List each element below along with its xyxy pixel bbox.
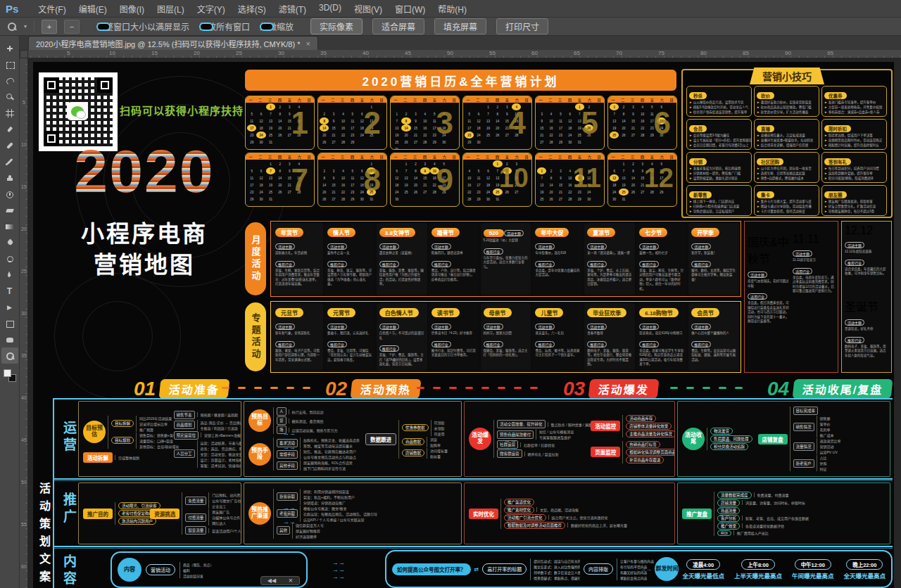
tip-card: 直播直播前预告蓄水，沉淀私域流量直播间专属优惠+限量秒杀，拉动转化结合场景化讲解… [754, 119, 819, 150]
options-bar: ▾ + − 调整窗口大小以满屏显示缩放所有窗口细微缩放 实际像素适合屏幕填充屏幕… [0, 18, 901, 36]
mindmap-node: 活动商品库存 [626, 415, 656, 422]
band-cell: 目标预估目标拆解同比2019年活动结果记录环比增长比率推广预算目标规划销售目标：… [78, 401, 241, 477]
eraser-icon [5, 205, 15, 215]
menu-item[interactable]: 图层(L) [157, 3, 184, 15]
menu-item[interactable]: 编辑(E) [79, 3, 107, 15]
mindmap-node: 晒单有礼 / 裂变拉新 [528, 452, 559, 456]
mindmap-node: 运营PV·UV [820, 449, 838, 454]
activity-card-title: 毕业狂欢季 [587, 308, 626, 317]
divider [53, 400, 54, 588]
crop-tool[interactable] [1, 105, 18, 121]
ruler-origin[interactable] [20, 50, 28, 58]
mindmap-node: 预热目标 [248, 409, 271, 432]
menu-item[interactable]: 帮助(H) [438, 3, 467, 15]
mindmap-node: 免费流量 [185, 497, 206, 505]
tip-card-label: 优惠券 [824, 92, 847, 99]
menu-item[interactable]: 窗口(W) [395, 3, 425, 15]
quick-tool[interactable] [1, 89, 18, 105]
type-tool[interactable]: T [1, 283, 18, 299]
ruler-horizontal[interactable]: 5101520253035404550556065707580859095 [28, 50, 901, 58]
menu-item[interactable]: 滤镜(T) [279, 3, 306, 15]
move-tool[interactable] [1, 40, 18, 56]
open-rate-title-pill: 高打开率的标题 [482, 563, 527, 575]
crop-icon [5, 108, 15, 118]
option-button[interactable]: 适合屏幕 [372, 18, 424, 34]
menu-item[interactable]: 选择(S) [238, 3, 266, 15]
stamp-icon [5, 173, 15, 183]
history-tool[interactable] [1, 186, 18, 202]
tip-card-label: 签到有礼 [824, 158, 851, 165]
option-button[interactable]: 打印尺寸 [496, 18, 548, 34]
holiday-title: 11.11 [793, 233, 819, 245]
option-checkbox[interactable]: 调整窗口大小以满屏显示 [96, 20, 189, 32]
zoom-tool[interactable] [1, 347, 18, 364]
hand-tool[interactable] [1, 331, 18, 347]
close-icon[interactable]: × [305, 39, 310, 48]
holiday-title: 12.12 [845, 224, 873, 236]
phase-badge: 活动收尾/复盘 [793, 379, 893, 399]
pen-icon [5, 270, 15, 280]
marquee-tool[interactable] [1, 56, 18, 72]
mindmap-node: 裂变活动用户/个人号好友运营 [212, 528, 241, 533]
chevron-down-icon[interactable]: ▾ [24, 23, 27, 30]
close-icon[interactable]: ✕ [289, 577, 294, 584]
mindmap-node: 活动拆解 [83, 452, 113, 463]
mindmap-node: 完成整体规划 [118, 455, 139, 460]
zoom-tool-icon[interactable] [7, 22, 17, 32]
option-button[interactable]: 实际像素 [310, 18, 363, 34]
mindmap-node: 签到、抽奖等互动玩法提前蓄水 [303, 443, 353, 448]
topic-activity-cards: 元旦节活动主题新年新气象，全场迎新礼推荐行业服饰、家居、电子产品等，可借助用户辞… [270, 301, 741, 373]
option-checkbox[interactable]: 细微缩放 [260, 20, 294, 32]
pen-tool[interactable] [1, 267, 18, 283]
document-tab[interactable]: 2020小程序电商营销地图.jpg @ 12.5% (扫码可以获得小程序扶持, … [28, 36, 318, 50]
activity-card-title: 儿童节 [535, 308, 563, 317]
tip-card: 优惠券发放门槛券引导凑单，提升客单价大促前一周发放预热券，开售集中核销多档券组合… [821, 86, 887, 117]
brush-tool[interactable] [1, 153, 18, 170]
content-branch-pill: 营销活动 [146, 564, 175, 575]
tab-bar: 2020小程序电商营销地图.jpg @ 12.5% (扫码可以获得小程序扶持, … [20, 36, 901, 50]
gradient-tool[interactable] [1, 218, 18, 234]
hand-icon [5, 335, 15, 345]
color-swatches[interactable] [4, 369, 16, 382]
rewind-icon[interactable]: ◀◀ [267, 577, 276, 584]
mindmap-node: 店铺活动氛围、预热专区引力 [292, 428, 338, 433]
mindmap-node: 未领取 [434, 426, 445, 430]
path-tool[interactable]: ▶ [1, 299, 18, 315]
mindmap-node: 短信 / 公众号模板消息 [539, 429, 574, 434]
menu-item[interactable]: 图像(I) [120, 3, 144, 15]
heal-tool[interactable] [1, 137, 18, 153]
option-button[interactable]: 填充屏幕 [434, 18, 486, 34]
eraser-tool[interactable] [1, 202, 18, 218]
tip-card: 签到有礼每日签到送积分，培养用户访问习惯连续签到额外奖励，提升留存率积分可抵现/… [821, 152, 887, 183]
canvas-area[interactable]: 扫码可以获得小程序扶持 2020 小程序电商 营销地图 2020营销日历&全年营… [28, 58, 901, 588]
mindmap-node: 活动收尾 [682, 428, 705, 450]
activity-card-title: 会员节 [691, 308, 719, 317]
activity-card: 元旦节活动主题新年新气象，全场迎新礼推荐行业服饰、家居、电子产品等，可借助用户辞… [272, 303, 323, 371]
tip-card-label: 社区团购 [757, 158, 783, 165]
dodge-tool[interactable] [1, 250, 18, 267]
menu-item[interactable]: 文字(Y) [197, 3, 225, 15]
shape-tool[interactable] [1, 315, 18, 331]
eyedrop-tool[interactable] [1, 121, 18, 137]
menu-item[interactable]: 视图(V) [354, 3, 382, 15]
menu-item[interactable]: 3D(D) [319, 3, 341, 15]
zoom-icon [5, 351, 15, 361]
document-tab-label: 2020小程序电商营销地图.jpg @ 12.5% (扫码可以获得小程序扶持, … [36, 38, 300, 49]
mini-overlay[interactable]: ◀◀ ✕ [260, 576, 300, 585]
lasso-tool[interactable] [1, 72, 18, 89]
band-label-promotion: 推广 [56, 492, 76, 526]
menu-item[interactable]: 文件(F) [38, 3, 65, 15]
calendar-month-card: 一二三四五六日123456789101112131415161718192021… [317, 96, 387, 150]
ruler-vertical[interactable]: 51015202530354045505560 [20, 58, 28, 588]
activity-card-title: 年中大促 [535, 228, 569, 237]
poster-title-line1: 小程序电商 [46, 215, 243, 249]
holiday-title: 圣诞节 [845, 301, 878, 313]
blur-tool[interactable] [1, 234, 18, 250]
send-time-item: 凌晨4:00全天曝光最低点 [682, 559, 724, 580]
stamp-tool[interactable] [1, 170, 18, 186]
mindmap-node: 模拟测试、备货预估 [292, 418, 324, 423]
zoom-out-button[interactable]: − [64, 20, 80, 34]
option-checkbox[interactable]: 缩放所有窗口 [199, 20, 250, 32]
tip-card-label: 分销 [689, 158, 707, 165]
zoom-in-button[interactable]: + [42, 20, 57, 34]
